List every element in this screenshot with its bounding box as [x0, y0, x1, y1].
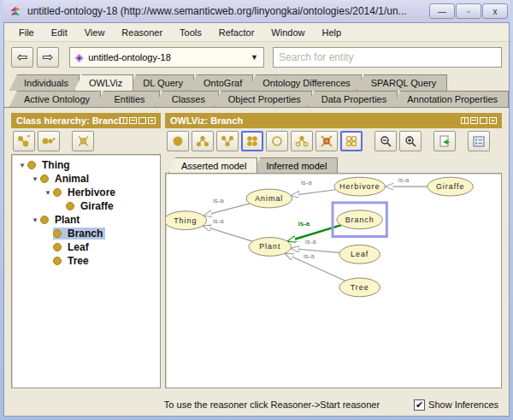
- expand-arrow-icon[interactable]: ▼: [30, 175, 40, 183]
- tab-annotation-properties[interactable]: Annotation Properties: [392, 91, 509, 107]
- ontology-selector-value: untitled-ontology-18: [88, 52, 245, 62]
- back-button[interactable]: ⇦: [11, 47, 33, 68]
- class-hierarchy-title: Class hierarchy: Branch: [16, 115, 120, 126]
- tab-ontology-differences[interactable]: Ontology Differences: [248, 74, 362, 91]
- menu-reasoner[interactable]: Reasoner: [114, 25, 170, 40]
- close-button[interactable]: x: [482, 3, 508, 19]
- tab-sparql-query[interactable]: SPARQL Query: [357, 74, 447, 91]
- tree-item-label: Branch: [65, 228, 105, 240]
- edge-label: is-a: [213, 197, 224, 204]
- forward-button[interactable]: ⇨: [37, 47, 59, 68]
- tree-item-tree[interactable]: Tree: [14, 254, 158, 268]
- hide-all-button[interactable]: [315, 131, 338, 151]
- tree-item-thing[interactable]: ▼Thing: [14, 158, 158, 172]
- tab-entities[interactable]: Entities: [96, 91, 160, 107]
- options-button[interactable]: [468, 131, 490, 151]
- graph-node-label: Plant: [259, 242, 280, 251]
- tab-asserted-model[interactable]: Asserted model: [168, 157, 257, 173]
- menu-view[interactable]: View: [77, 25, 113, 40]
- chevron-down-icon: ▼: [251, 53, 258, 62]
- minimize-panel-icon[interactable]: [470, 117, 478, 124]
- show-inferences-checkbox[interactable]: ✔: [414, 399, 425, 411]
- add-sibling-class-button[interactable]: [38, 131, 60, 151]
- model-tabs: Asserted modelInferred model: [165, 154, 502, 173]
- tab-active-ontology[interactable]: Active Ontology: [9, 91, 101, 107]
- menu-refactor[interactable]: Refactor: [211, 25, 262, 40]
- tree-item-plant[interactable]: ▼Plant: [14, 213, 158, 227]
- graph-node-label: Branch: [345, 216, 374, 224]
- graph-node-label: Animal: [255, 194, 283, 203]
- menu-edit[interactable]: Edit: [44, 25, 75, 40]
- tab-owlviz[interactable]: OWLViz: [74, 74, 133, 91]
- minimize-button[interactable]: —: [429, 3, 455, 19]
- split-panel-icon[interactable]: [120, 117, 127, 124]
- show-descendants-button[interactable]: [216, 131, 239, 151]
- hide-class-button[interactable]: [266, 131, 288, 151]
- tab-individuals[interactable]: Individuals: [9, 74, 80, 91]
- edge-leaf-isa-plant: [291, 248, 339, 252]
- owlviz-panel: OWLViz: Branch: [165, 113, 502, 388]
- tab-ontograf[interactable]: OntoGraf: [189, 74, 253, 91]
- tree-item-label: Giraffe: [78, 200, 116, 212]
- tree-item-branch[interactable]: Branch: [14, 227, 158, 240]
- menu-file[interactable]: File: [11, 25, 42, 40]
- minimize-panel-icon[interactable]: [129, 117, 137, 124]
- zoom-out-button[interactable]: [374, 131, 397, 151]
- reasoner-status-message: To use the reasoner click Reasoner->Star…: [164, 399, 380, 410]
- workspace-tabs: IndividualsOWLVizDL QueryOntoGrafOntolog…: [4, 73, 509, 108]
- class-icon: [27, 161, 36, 169]
- menu-tools[interactable]: Tools: [172, 25, 209, 40]
- tab-data-properties[interactable]: Data Properties: [307, 91, 398, 107]
- protege-logo-icon: [9, 4, 22, 18]
- ontology-selector[interactable]: ◈ untitled-ontology-18 ▼: [69, 47, 264, 68]
- export-graph-button[interactable]: [433, 131, 456, 151]
- hide-subclasses-button[interactable]: [291, 131, 313, 151]
- class-icon: [53, 257, 62, 265]
- maximize-panel-icon[interactable]: [139, 117, 146, 124]
- zoom-in-button[interactable]: [399, 131, 422, 151]
- menu-window[interactable]: Window: [263, 25, 312, 40]
- show-all-classes-button[interactable]: [241, 131, 263, 151]
- menu-help[interactable]: Help: [314, 25, 349, 40]
- class-icon: [53, 243, 62, 251]
- tree-item-animal[interactable]: ▼Animal: [14, 172, 158, 186]
- close-panel-icon[interactable]: [148, 117, 156, 124]
- tree-item-label: Animal: [52, 173, 91, 185]
- tree-item-giraffe[interactable]: Giraffe: [14, 199, 158, 213]
- show-subclasses-button[interactable]: [192, 131, 214, 151]
- tab-object-properties[interactable]: Object Properties: [214, 91, 312, 107]
- show-inferences-label: Show Inferences: [428, 399, 498, 410]
- maximize-panel-icon[interactable]: [480, 117, 487, 124]
- edge-label: is-a: [398, 176, 410, 184]
- tree-item-leaf[interactable]: Leaf: [14, 240, 158, 254]
- status-bar: To use the reasoner click Reasoner->Star…: [4, 393, 509, 416]
- edge-plant-isa-thing: [203, 226, 253, 241]
- owlviz-graph-canvas[interactable]: is-ais-ais-ais-ais-ais-ais-aThingAnimalH…: [165, 173, 502, 388]
- edge-animal-isa-thing: [203, 204, 250, 216]
- owlviz-title: OWLViz: Branch: [170, 115, 461, 126]
- maximize-button[interactable]: ▫: [456, 3, 481, 19]
- tab-classes[interactable]: Classes: [155, 91, 219, 107]
- expand-arrow-icon[interactable]: ▼: [43, 189, 53, 197]
- close-panel-icon[interactable]: [489, 117, 497, 124]
- search-input[interactable]: [273, 47, 502, 68]
- graph-node-label: Herbivore: [339, 182, 380, 191]
- split-panel-icon[interactable]: [461, 117, 469, 124]
- delete-class-button[interactable]: [72, 131, 94, 151]
- expand-arrow-icon[interactable]: ▼: [17, 162, 27, 169]
- tab-inferred-model[interactable]: Inferred model: [253, 157, 338, 173]
- title-bar[interactable]: untitled-ontology-18 (http://www.semanti…: [3, 0, 510, 22]
- tree-item-label: Plant: [52, 214, 82, 226]
- tab-dl-query[interactable]: DL Query: [128, 74, 194, 91]
- show-all-hidden-button[interactable]: [340, 131, 363, 151]
- tree-item-herbivore[interactable]: ▼Herbivore: [14, 186, 158, 199]
- edge-tree-isa-plant: [285, 253, 345, 281]
- add-subclass-button[interactable]: [13, 131, 35, 151]
- graph-node-label: Tree: [351, 283, 369, 292]
- edge-label: is-a: [305, 238, 316, 245]
- expand-arrow-icon[interactable]: ▼: [30, 216, 40, 224]
- tree-item-label: Herbivore: [65, 186, 118, 198]
- show-inferences-toggle[interactable]: ✔ Show Inferences: [414, 399, 498, 411]
- edge-label: is-a: [301, 179, 312, 186]
- show-class-button[interactable]: [167, 131, 189, 151]
